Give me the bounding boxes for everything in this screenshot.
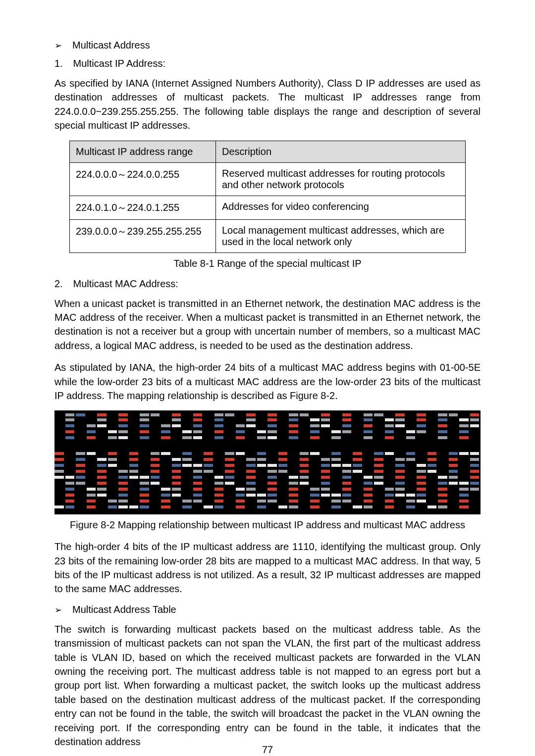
item-number: 1. [54, 58, 70, 69]
bullet-label: Multicast Address Table [72, 604, 176, 615]
item-label: Multicast MAC Address: [73, 278, 178, 289]
paragraph: The switch is forwarding multicast packe… [54, 622, 481, 749]
table-row: 224.0.1.0～224.0.1.255 Addresses for vide… [70, 196, 466, 219]
table-caption: Table 8-1 Range of the special multicast… [54, 258, 481, 269]
ip-range-table: Multicast IP address range Description 2… [69, 141, 466, 253]
cell-range: 224.0.0.0～224.0.0.255 [70, 162, 216, 196]
bullet-arrow-icon: ➢ [54, 40, 72, 51]
cell-desc: Reserved multicast addresses for routing… [216, 162, 466, 196]
bullet-multicast-address: ➢ Multicast Address [54, 40, 481, 51]
paragraph: As stipulated by IANA, the high-order 24… [54, 360, 481, 403]
page: ➢ Multicast Address 1. Multicast IP Addr… [0, 0, 535, 756]
numbered-item-2: 2. Multicast MAC Address: [54, 278, 481, 290]
cell-desc: Local management multicast addresses, wh… [216, 219, 466, 252]
cell-range: 239.0.0.0～239.255.255.255 [70, 219, 216, 252]
numbered-item-1: 1. Multicast IP Address: [54, 58, 481, 69]
table-row: 239.0.0.0～239.255.255.255 Local manageme… [70, 219, 466, 252]
table-header-range: Multicast IP address range [70, 141, 216, 162]
cell-range: 224.0.1.0～224.0.1.255 [70, 196, 216, 219]
bullet-label: Multicast Address [72, 40, 150, 51]
paragraph: As specified by IANA (Internet Assigned … [54, 76, 481, 133]
item-number: 2. [54, 278, 70, 290]
paragraph: When a unicast packet is transmitted in … [54, 297, 481, 353]
page-number: 77 [0, 744, 535, 756]
bullet-multicast-address-table: ➢ Multicast Address Table [54, 604, 481, 615]
paragraph: The high-order 4 bits of the IP multicas… [54, 540, 481, 596]
cell-desc: Addresses for video conferencing [216, 196, 466, 219]
table-row: 224.0.0.0～224.0.0.255 Reserved multicast… [70, 162, 466, 196]
table-header-row: Multicast IP address range Description [70, 141, 466, 162]
figure-8-2 [54, 410, 481, 514]
table-header-desc: Description [216, 141, 466, 162]
figure-caption: Figure 8-2 Mapping relationship between … [54, 519, 481, 531]
bullet-arrow-icon: ➢ [54, 605, 72, 615]
item-label: Multicast IP Address: [73, 58, 165, 69]
